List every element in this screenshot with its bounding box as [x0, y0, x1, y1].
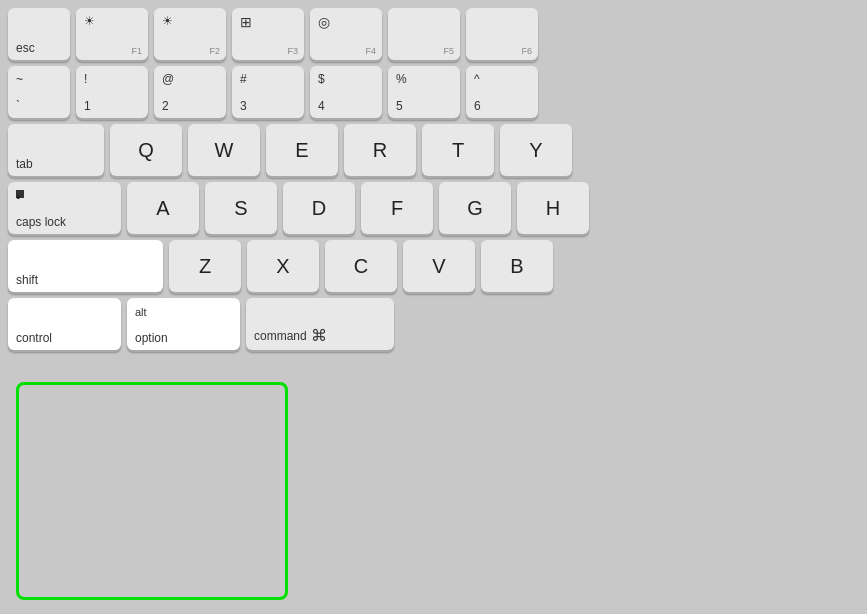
key-caps-lock[interactable]: • caps lock — [8, 182, 121, 234]
f1-icon: ☀ — [84, 14, 95, 28]
key-t[interactable]: T — [422, 124, 494, 176]
f2-icon: ☀ — [162, 14, 173, 28]
d-label: D — [312, 197, 326, 220]
key-x[interactable]: X — [247, 240, 319, 292]
key3-top: # — [240, 72, 247, 86]
key2-top: @ — [162, 72, 174, 86]
key-v[interactable]: V — [403, 240, 475, 292]
key4-bottom: 4 — [318, 99, 325, 113]
f-label: F — [391, 197, 403, 220]
key-s[interactable]: S — [205, 182, 277, 234]
key-tab[interactable]: tab — [8, 124, 104, 176]
key-4[interactable]: $ 4 — [310, 66, 382, 118]
caps-dot: • — [16, 190, 24, 198]
key2-bottom: 2 — [162, 99, 169, 113]
keyboard: esc ☀ F1 ☀ F2 ⊞ F3 ◎ F4 F5 F6 ~ ` — [0, 0, 867, 614]
key6-top: ^ — [474, 72, 480, 86]
w-label: W — [215, 139, 234, 162]
key-control[interactable]: control — [8, 298, 121, 350]
key-esc[interactable]: esc — [8, 8, 70, 60]
f4-icon: ◎ — [318, 14, 330, 30]
tilde-top: ~ — [16, 72, 23, 86]
key-f4[interactable]: ◎ F4 — [310, 8, 382, 60]
key-alt[interactable]: alt option — [127, 298, 240, 350]
e-label: E — [295, 139, 308, 162]
key-5[interactable]: % 5 — [388, 66, 460, 118]
key-y[interactable]: Y — [500, 124, 572, 176]
key6-bottom: 6 — [474, 99, 481, 113]
caps-label: caps lock — [16, 215, 66, 229]
key-r[interactable]: R — [344, 124, 416, 176]
option-label: option — [135, 331, 168, 345]
x-label: X — [276, 255, 289, 278]
shift-label: shift — [16, 273, 38, 287]
h-label: H — [546, 197, 560, 220]
key-command[interactable]: command ⌘ — [246, 298, 394, 350]
esc-label: esc — [16, 41, 35, 55]
f3-icon: ⊞ — [240, 14, 252, 30]
key1-top: ! — [84, 72, 87, 86]
f3-label: F3 — [287, 46, 298, 56]
key-f3[interactable]: ⊞ F3 — [232, 8, 304, 60]
control-label: control — [16, 331, 52, 345]
key-3[interactable]: # 3 — [232, 66, 304, 118]
key-g[interactable]: G — [439, 182, 511, 234]
key-e[interactable]: E — [266, 124, 338, 176]
c-label: C — [354, 255, 368, 278]
key-shift-left[interactable]: shift — [8, 240, 163, 292]
f2-label: F2 — [209, 46, 220, 56]
key4-top: $ — [318, 72, 325, 86]
bottom-row: control alt option command ⌘ — [8, 298, 859, 350]
key-f2[interactable]: ☀ F2 — [154, 8, 226, 60]
shift-row: shift Z X C V B — [8, 240, 859, 292]
fn-row: esc ☀ F1 ☀ F2 ⊞ F3 ◎ F4 F5 F6 — [8, 8, 859, 60]
key3-bottom: 3 — [240, 99, 247, 113]
g-label: G — [467, 197, 483, 220]
key-c[interactable]: C — [325, 240, 397, 292]
key-f1[interactable]: ☀ F1 — [76, 8, 148, 60]
f4-label: F4 — [365, 46, 376, 56]
key-h[interactable]: H — [517, 182, 589, 234]
key-6[interactable]: ^ 6 — [466, 66, 538, 118]
tab-label: tab — [16, 157, 33, 171]
key-f6[interactable]: F6 — [466, 8, 538, 60]
z-label: Z — [199, 255, 211, 278]
key-a[interactable]: A — [127, 182, 199, 234]
key-f5[interactable]: F5 — [388, 8, 460, 60]
s-label: S — [234, 197, 247, 220]
key1-bottom: 1 — [84, 99, 91, 113]
key5-bottom: 5 — [396, 99, 403, 113]
command-label: command ⌘ — [254, 326, 327, 345]
alt-label: alt — [135, 306, 147, 318]
highlight-modifier-keys — [16, 382, 288, 600]
f6-label: F6 — [521, 46, 532, 56]
key-z[interactable]: Z — [169, 240, 241, 292]
caps-row: • caps lock A S D F G H — [8, 182, 859, 234]
y-label: Y — [529, 139, 542, 162]
r-label: R — [373, 139, 387, 162]
tab-row: tab Q W E R T Y — [8, 124, 859, 176]
key-f[interactable]: F — [361, 182, 433, 234]
v-label: V — [432, 255, 445, 278]
key-w[interactable]: W — [188, 124, 260, 176]
key-tilde[interactable]: ~ ` — [8, 66, 70, 118]
f5-label: F5 — [443, 46, 454, 56]
key-2[interactable]: @ 2 — [154, 66, 226, 118]
key5-top: % — [396, 72, 407, 86]
b-label: B — [510, 255, 523, 278]
number-row: ~ ` ! 1 @ 2 # 3 $ 4 % 5 ^ 6 — [8, 66, 859, 118]
key-d[interactable]: D — [283, 182, 355, 234]
a-label: A — [156, 197, 169, 220]
key-q[interactable]: Q — [110, 124, 182, 176]
t-label: T — [452, 139, 464, 162]
f1-label: F1 — [131, 46, 142, 56]
tilde-bottom: ` — [16, 99, 20, 113]
q-label: Q — [138, 139, 154, 162]
key-1[interactable]: ! 1 — [76, 66, 148, 118]
key-b[interactable]: B — [481, 240, 553, 292]
